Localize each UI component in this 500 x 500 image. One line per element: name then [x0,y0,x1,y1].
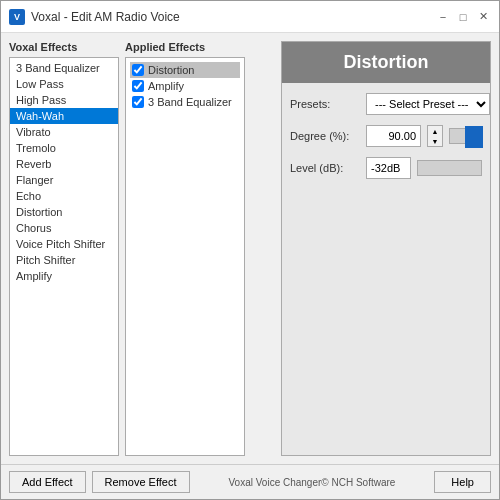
degree-slider-container[interactable] [449,128,482,144]
distortion-panel: Distortion Presets: --- Select Preset --… [281,41,491,456]
add-effect-button[interactable]: Add Effect [9,471,86,493]
degree-slider-track[interactable] [449,128,482,144]
close-button[interactable]: ✕ [475,9,491,25]
help-button[interactable]: Help [434,471,491,493]
effect-item[interactable]: Flanger [10,172,118,188]
applied-effects-panel: Applied Effects DistortionAmplify3 Band … [125,41,245,456]
window-title: Voxal - Edit AM Radio Voice [31,10,180,24]
title-bar-left: V Voxal - Edit AM Radio Voice [9,9,180,25]
applied-item-label: Amplify [148,80,184,92]
maximize-button[interactable]: □ [455,9,471,25]
degree-decrement-button[interactable]: ▼ [428,136,442,146]
voxal-effects-panel: Voxal Effects 3 Band EqualizerLow PassHi… [9,41,119,456]
effect-item[interactable]: Pitch Shifter [10,252,118,268]
voxal-effects-list: 3 Band EqualizerLow PassHigh PassWah-Wah… [9,57,119,456]
left-panel: Voxal Effects 3 Band EqualizerLow PassHi… [9,41,275,456]
level-row: Level (dB): [290,157,482,179]
level-label: Level (dB): [290,162,360,174]
minimize-button[interactable]: − [435,9,451,25]
degree-increment-button[interactable]: ▲ [428,126,442,136]
main-content: Voxal Effects 3 Band EqualizerLow PassHi… [1,33,499,464]
effect-item[interactable]: Distortion [10,204,118,220]
degree-label: Degree (%): [290,130,360,142]
distortion-body: Presets: --- Select Preset ---Preset 1Pr… [282,83,490,189]
effect-item[interactable]: Echo [10,188,118,204]
bottom-buttons: Add Effect Remove Effect [9,471,190,493]
effect-item[interactable]: Low Pass [10,76,118,92]
presets-row: Presets: --- Select Preset ---Preset 1Pr… [290,93,482,115]
applied-item-checkbox[interactable] [132,96,144,108]
applied-item-checkbox[interactable] [132,64,144,76]
bottom-bar: Add Effect Remove Effect Voxal Voice Cha… [1,464,499,499]
effect-item[interactable]: Chorus [10,220,118,236]
effect-item[interactable]: Voice Pitch Shifter [10,236,118,252]
effect-item[interactable]: High Pass [10,92,118,108]
title-bar: V Voxal - Edit AM Radio Voice − □ ✕ [1,1,499,33]
applied-item[interactable]: Distortion [130,62,240,78]
applied-effects-header: Applied Effects [125,41,245,53]
degree-spinner: ▲ ▼ [427,125,443,147]
effect-item[interactable]: Tremolo [10,140,118,156]
footer-text: Voxal Voice Changer© NCH Software [228,477,395,488]
effect-item[interactable]: Vibrato [10,124,118,140]
level-input[interactable] [366,157,411,179]
voxal-effects-header: Voxal Effects [9,41,119,53]
effect-item[interactable]: Wah-Wah [10,108,118,124]
main-window: V Voxal - Edit AM Radio Voice − □ ✕ Voxa… [0,0,500,500]
applied-item[interactable]: 3 Band Equalizer [130,94,240,110]
distortion-title: Distortion [282,42,490,83]
remove-effect-button[interactable]: Remove Effect [92,471,190,493]
app-icon: V [9,9,25,25]
presets-label: Presets: [290,98,360,110]
applied-effects-list: DistortionAmplify3 Band Equalizer [125,57,245,456]
effect-item[interactable]: Amplify [10,268,118,284]
degree-input[interactable] [366,125,421,147]
applied-item-label: Distortion [148,64,194,76]
applied-item-label: 3 Band Equalizer [148,96,232,108]
effect-item[interactable]: Reverb [10,156,118,172]
level-slider-track[interactable] [417,160,482,176]
effect-item[interactable]: 3 Band Equalizer [10,60,118,76]
preset-select[interactable]: --- Select Preset ---Preset 1Preset 2 [366,93,490,115]
degree-row: Degree (%): ▲ ▼ [290,125,482,147]
applied-item[interactable]: Amplify [130,78,240,94]
applied-item-checkbox[interactable] [132,80,144,92]
degree-slider-thumb[interactable] [465,126,483,148]
title-bar-controls: − □ ✕ [435,9,491,25]
